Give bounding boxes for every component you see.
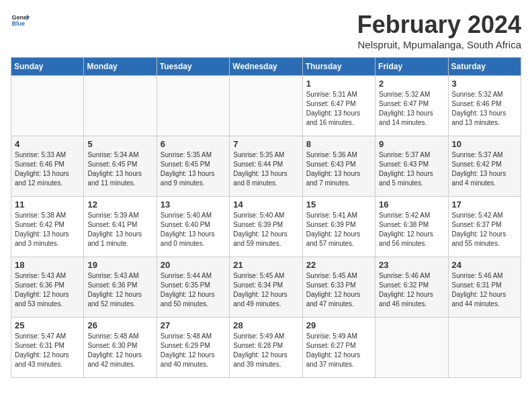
calendar-cell: 3Sunrise: 5:32 AM Sunset: 6:46 PM Daylig…	[448, 76, 521, 136]
calendar-cell: 26Sunrise: 5:48 AM Sunset: 6:30 PM Dayli…	[84, 318, 157, 378]
day-number: 19	[87, 260, 152, 270]
day-number: 24	[452, 260, 517, 270]
day-detail: Sunrise: 5:43 AM Sunset: 6:36 PM Dayligh…	[15, 271, 80, 309]
day-number: 25	[15, 320, 80, 330]
calendar-cell: 13Sunrise: 5:40 AM Sunset: 6:40 PM Dayli…	[157, 197, 229, 257]
day-detail: Sunrise: 5:43 AM Sunset: 6:36 PM Dayligh…	[87, 271, 152, 309]
calendar-cell: 5Sunrise: 5:34 AM Sunset: 6:45 PM Daylig…	[84, 136, 157, 197]
day-number: 15	[306, 199, 371, 210]
calendar-cell: 22Sunrise: 5:45 AM Sunset: 6:33 PM Dayli…	[302, 257, 375, 318]
calendar-cell	[11, 76, 84, 136]
day-number: 7	[233, 139, 298, 149]
day-number: 20	[161, 260, 226, 270]
calendar-cell: 28Sunrise: 5:49 AM Sunset: 6:28 PM Dayli…	[230, 318, 302, 378]
calendar-week-row: 1Sunrise: 5:31 AM Sunset: 6:47 PM Daylig…	[11, 76, 521, 136]
calendar-cell: 11Sunrise: 5:38 AM Sunset: 6:42 PM Dayli…	[11, 197, 84, 257]
svg-text:Blue: Blue	[11, 20, 25, 27]
day-detail: Sunrise: 5:46 AM Sunset: 6:31 PM Dayligh…	[452, 271, 517, 309]
day-detail: Sunrise: 5:49 AM Sunset: 6:27 PM Dayligh…	[306, 332, 371, 369]
day-detail: Sunrise: 5:37 AM Sunset: 6:43 PM Dayligh…	[379, 150, 444, 188]
day-number: 13	[161, 199, 226, 210]
day-detail: Sunrise: 5:48 AM Sunset: 6:30 PM Dayligh…	[87, 332, 152, 369]
day-number: 9	[379, 139, 444, 149]
day-number: 6	[161, 139, 226, 149]
calendar-cell: 21Sunrise: 5:45 AM Sunset: 6:34 PM Dayli…	[230, 257, 302, 318]
calendar-cell: 12Sunrise: 5:39 AM Sunset: 6:41 PM Dayli…	[84, 197, 157, 257]
calendar-cell: 24Sunrise: 5:46 AM Sunset: 6:31 PM Dayli…	[448, 257, 521, 318]
day-detail: Sunrise: 5:33 AM Sunset: 6:46 PM Dayligh…	[15, 150, 80, 188]
day-number: 28	[233, 320, 298, 330]
calendar-cell: 27Sunrise: 5:48 AM Sunset: 6:29 PM Dayli…	[157, 318, 229, 378]
calendar-cell: 23Sunrise: 5:46 AM Sunset: 6:32 PM Dayli…	[375, 257, 448, 318]
day-detail: Sunrise: 5:48 AM Sunset: 6:29 PM Dayligh…	[161, 332, 226, 369]
calendar-cell: 1Sunrise: 5:31 AM Sunset: 6:47 PM Daylig…	[302, 76, 375, 136]
calendar-cell: 6Sunrise: 5:35 AM Sunset: 6:45 PM Daylig…	[157, 136, 229, 197]
calendar-cell: 8Sunrise: 5:36 AM Sunset: 6:43 PM Daylig…	[302, 136, 375, 197]
day-number: 11	[15, 199, 80, 210]
day-detail: Sunrise: 5:36 AM Sunset: 6:43 PM Dayligh…	[306, 150, 371, 188]
day-detail: Sunrise: 5:41 AM Sunset: 6:39 PM Dayligh…	[306, 211, 371, 248]
day-detail: Sunrise: 5:38 AM Sunset: 6:42 PM Dayligh…	[15, 211, 80, 248]
day-detail: Sunrise: 5:31 AM Sunset: 6:47 PM Dayligh…	[306, 90, 371, 128]
calendar-cell	[230, 76, 302, 136]
day-number: 14	[233, 199, 298, 210]
day-number: 26	[87, 320, 152, 330]
day-detail: Sunrise: 5:35 AM Sunset: 6:44 PM Dayligh…	[233, 150, 298, 188]
day-detail: Sunrise: 5:42 AM Sunset: 6:38 PM Dayligh…	[379, 211, 444, 248]
calendar-cell: 19Sunrise: 5:43 AM Sunset: 6:36 PM Dayli…	[84, 257, 157, 318]
day-number: 3	[452, 79, 517, 89]
calendar-cell: 17Sunrise: 5:42 AM Sunset: 6:37 PM Dayli…	[448, 197, 521, 257]
calendar-body: 1Sunrise: 5:31 AM Sunset: 6:47 PM Daylig…	[11, 76, 521, 378]
calendar-cell: 16Sunrise: 5:42 AM Sunset: 6:38 PM Dayli…	[375, 197, 448, 257]
calendar-cell	[84, 76, 157, 136]
day-detail: Sunrise: 5:44 AM Sunset: 6:35 PM Dayligh…	[161, 271, 226, 309]
day-number: 23	[379, 260, 444, 270]
weekday-header: Tuesday	[157, 58, 229, 76]
calendar-week-row: 25Sunrise: 5:47 AM Sunset: 6:31 PM Dayli…	[11, 318, 521, 378]
day-detail: Sunrise: 5:45 AM Sunset: 6:33 PM Dayligh…	[306, 271, 371, 309]
logo-icon: General Blue	[11, 11, 30, 30]
title-area: February 2024 Nelspruit, Mpumalanga, Sou…	[357, 11, 521, 50]
logo: General Blue	[11, 11, 30, 30]
calendar-header-row: SundayMondayTuesdayWednesdayThursdayFrid…	[11, 58, 521, 76]
calendar-week-row: 18Sunrise: 5:43 AM Sunset: 6:36 PM Dayli…	[11, 257, 521, 318]
day-detail: Sunrise: 5:39 AM Sunset: 6:41 PM Dayligh…	[87, 211, 152, 248]
day-number: 27	[161, 320, 226, 330]
weekday-header: Monday	[84, 58, 157, 76]
day-detail: Sunrise: 5:37 AM Sunset: 6:42 PM Dayligh…	[452, 150, 517, 188]
day-detail: Sunrise: 5:49 AM Sunset: 6:28 PM Dayligh…	[233, 332, 298, 369]
day-number: 10	[452, 139, 517, 149]
calendar-cell: 25Sunrise: 5:47 AM Sunset: 6:31 PM Dayli…	[11, 318, 84, 378]
day-detail: Sunrise: 5:34 AM Sunset: 6:45 PM Dayligh…	[87, 150, 152, 188]
day-number: 17	[452, 199, 517, 210]
calendar-cell: 20Sunrise: 5:44 AM Sunset: 6:35 PM Dayli…	[157, 257, 229, 318]
calendar-cell: 15Sunrise: 5:41 AM Sunset: 6:39 PM Dayli…	[302, 197, 375, 257]
calendar-cell: 10Sunrise: 5:37 AM Sunset: 6:42 PM Dayli…	[448, 136, 521, 197]
weekday-header: Sunday	[11, 58, 84, 76]
day-number: 2	[379, 79, 444, 89]
day-number: 4	[15, 139, 80, 149]
location-title: Nelspruit, Mpumalanga, South Africa	[357, 39, 521, 50]
day-number: 8	[306, 139, 371, 149]
day-detail: Sunrise: 5:32 AM Sunset: 6:47 PM Dayligh…	[379, 90, 444, 128]
day-number: 29	[306, 320, 371, 330]
day-detail: Sunrise: 5:46 AM Sunset: 6:32 PM Dayligh…	[379, 271, 444, 309]
day-number: 18	[15, 260, 80, 270]
calendar-cell: 18Sunrise: 5:43 AM Sunset: 6:36 PM Dayli…	[11, 257, 84, 318]
calendar-week-row: 4Sunrise: 5:33 AM Sunset: 6:46 PM Daylig…	[11, 136, 521, 197]
day-number: 22	[306, 260, 371, 270]
day-detail: Sunrise: 5:47 AM Sunset: 6:31 PM Dayligh…	[15, 332, 80, 369]
day-number: 5	[87, 139, 152, 149]
calendar-cell	[448, 318, 521, 378]
calendar-cell: 29Sunrise: 5:49 AM Sunset: 6:27 PM Dayli…	[302, 318, 375, 378]
calendar-table: SundayMondayTuesdayWednesdayThursdayFrid…	[11, 57, 521, 378]
day-detail: Sunrise: 5:40 AM Sunset: 6:39 PM Dayligh…	[233, 211, 298, 248]
calendar-cell	[157, 76, 229, 136]
calendar-cell: 2Sunrise: 5:32 AM Sunset: 6:47 PM Daylig…	[375, 76, 448, 136]
day-number: 12	[87, 199, 152, 210]
calendar-cell: 4Sunrise: 5:33 AM Sunset: 6:46 PM Daylig…	[11, 136, 84, 197]
day-number: 1	[306, 79, 371, 89]
calendar-cell: 14Sunrise: 5:40 AM Sunset: 6:39 PM Dayli…	[230, 197, 302, 257]
day-detail: Sunrise: 5:42 AM Sunset: 6:37 PM Dayligh…	[452, 211, 517, 248]
calendar-week-row: 11Sunrise: 5:38 AM Sunset: 6:42 PM Dayli…	[11, 197, 521, 257]
